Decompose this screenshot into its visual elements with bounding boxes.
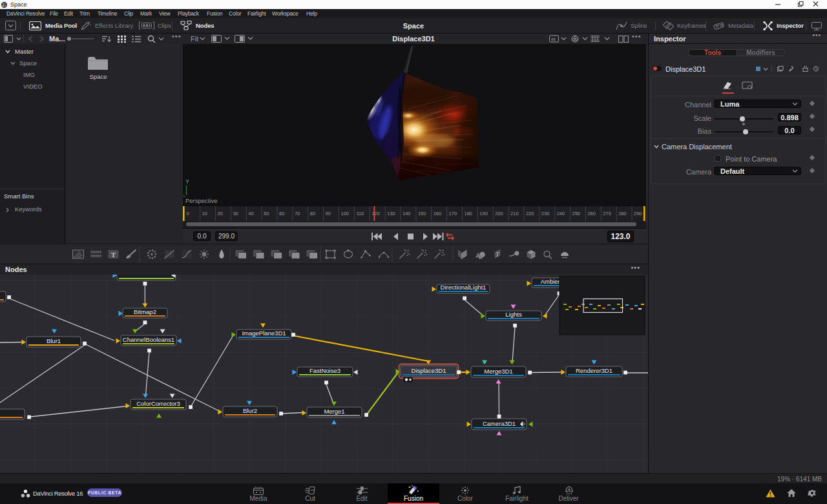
svg-text:Camera3D1: Camera3D1 — [483, 420, 516, 427]
svg-text:130: 130 — [387, 211, 395, 216]
svg-text:Merge1: Merge1 — [324, 408, 344, 415]
svg-text:170: 170 — [449, 211, 457, 216]
svg-text:190: 190 — [479, 211, 488, 216]
svg-text:140: 140 — [403, 211, 411, 216]
svg-text:ImagePlane3D1: ImagePlane3D1 — [242, 330, 286, 337]
svg-text:90: 90 — [326, 211, 331, 216]
svg-text:240: 240 — [557, 211, 565, 216]
svg-text:0: 0 — [187, 211, 189, 216]
svg-text:230: 230 — [541, 211, 550, 216]
svg-text:250: 250 — [572, 211, 581, 216]
svg-text:180: 180 — [465, 211, 473, 216]
svg-text:FastNoise3: FastNoise3 — [309, 367, 340, 374]
svg-text:Blur1: Blur1 — [47, 337, 61, 344]
svg-text:T: T — [496, 251, 500, 258]
svg-text:40: 40 — [248, 211, 253, 216]
svg-text:110: 110 — [356, 211, 364, 216]
svg-text:200: 200 — [495, 211, 503, 216]
svg-text:Blur2: Blur2 — [243, 407, 257, 414]
svg-text:ChannelBooleans1: ChannelBooleans1 — [123, 336, 174, 343]
svg-text:210: 210 — [510, 211, 519, 216]
svg-text:60: 60 — [279, 211, 284, 216]
svg-text:Y: Y — [185, 178, 189, 185]
svg-text:120: 120 — [372, 211, 380, 216]
svg-text:Displace3D1: Displace3D1 — [412, 367, 446, 374]
svg-text:280: 280 — [618, 211, 627, 216]
svg-text:10: 10 — [202, 211, 207, 216]
svg-text:T: T — [111, 251, 116, 258]
svg-text:30: 30 — [233, 211, 238, 216]
svg-text:Renderer3D1: Renderer3D1 — [576, 367, 612, 374]
svg-text:20: 20 — [218, 211, 223, 216]
svg-text:Bitmap2: Bitmap2 — [134, 308, 156, 315]
svg-text:160: 160 — [434, 211, 442, 216]
svg-text:ColorCorrector3: ColorCorrector3 — [136, 400, 180, 407]
svg-text:290: 290 — [634, 211, 642, 216]
svg-text:88: 88 — [551, 37, 556, 41]
svg-text:150: 150 — [418, 211, 426, 216]
svg-text:DirectionalLight1: DirectionalLight1 — [441, 284, 487, 291]
svg-text:70: 70 — [295, 211, 300, 216]
svg-text:220: 220 — [526, 211, 534, 216]
svg-text:100: 100 — [341, 211, 350, 216]
svg-text:270: 270 — [603, 211, 611, 216]
svg-text:260: 260 — [587, 211, 596, 216]
svg-text:50: 50 — [264, 211, 269, 216]
svg-text:Merge3D1: Merge3D1 — [484, 368, 512, 375]
svg-text:80: 80 — [310, 211, 315, 216]
svg-text:Lights: Lights — [505, 311, 522, 318]
